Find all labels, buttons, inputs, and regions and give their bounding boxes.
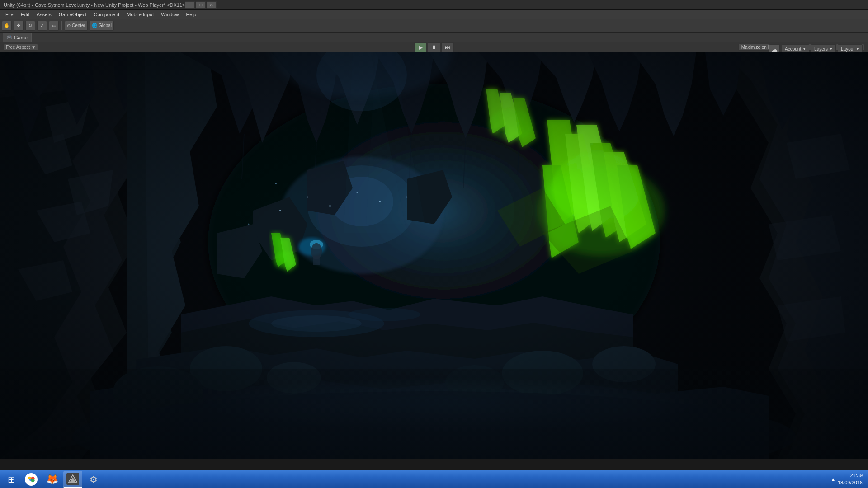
separator-1 — [61, 21, 62, 30]
window-controls: ─ □ ✕ — [185, 1, 217, 9]
global-icon: 🌐 — [92, 23, 97, 28]
title-text: Unity (64bit) - Cave System Level.unity … — [4, 2, 185, 8]
menu-item-component[interactable]: Component — [90, 10, 123, 19]
menu-item-assets[interactable]: Assets — [33, 10, 55, 19]
taskbar-clock[interactable]: 21:39 18/09/2016 — [838, 472, 866, 486]
clock-date: 18/09/2016 — [838, 479, 863, 486]
unity-app[interactable] — [63, 471, 82, 488]
menu-item-edit[interactable]: Edit — [17, 10, 33, 19]
pause-button[interactable]: ⏸ — [428, 42, 440, 52]
menu-item-window[interactable]: Window — [157, 10, 182, 19]
cave-scene — [0, 52, 868, 459]
scale-tool-button[interactable]: ⤢ — [37, 21, 47, 31]
menu-bar: FileEditAssetsGameObjectComponentMobile … — [0, 10, 868, 19]
taskbar: ⊞ 🦊 ⚙ ▲ 21:39 18/09/2016 — [0, 470, 868, 488]
minimize-button[interactable]: ─ — [185, 1, 195, 9]
pivot-icon: ⊙ — [67, 23, 71, 28]
global-label: Global — [99, 23, 112, 28]
game-tab-bar: 🎮 Game — [0, 33, 868, 42]
rotate-tool-button[interactable]: ↻ — [25, 21, 35, 31]
account-label: Account — [785, 47, 801, 52]
layout-arrow-icon: ▼ — [856, 47, 859, 51]
clock-time: 21:39 — [838, 472, 863, 479]
pivot-center-label: Center — [72, 23, 85, 28]
pivot-center-button[interactable]: ⊙ Center — [65, 21, 88, 31]
layers-arrow-icon: ▼ — [829, 47, 833, 51]
firefox-icon: 🦊 — [46, 473, 58, 486]
aspect-label: Free Aspect — [6, 45, 30, 50]
start-button[interactable]: ⊞ — [2, 471, 21, 488]
global-button[interactable]: 🌐 Global — [90, 21, 114, 31]
menu-item-gameobject[interactable]: GameObject — [55, 10, 90, 19]
aspect-dropdown[interactable]: Free Aspect ▼ — [4, 44, 38, 51]
layout-label: Layout — [841, 47, 854, 52]
notification-area[interactable]: ▲ — [829, 471, 838, 488]
close-button[interactable]: ✕ — [207, 1, 217, 9]
menu-item-mobile input[interactable]: Mobile Input — [123, 10, 157, 19]
game-tab-label: Game — [14, 35, 28, 40]
account-arrow-icon: ▼ — [802, 47, 806, 51]
menu-item-help[interactable]: Help — [182, 10, 200, 19]
game-tab-icon: 🎮 — [6, 34, 13, 40]
menu-item-file[interactable]: File — [2, 10, 17, 19]
layers-label: Layers — [814, 47, 828, 52]
game-header-left: Free Aspect ▼ — [4, 44, 38, 51]
play-controls: ▶ ⏸ ⏭ — [414, 42, 454, 52]
chrome-icon — [25, 473, 38, 486]
tool-icon: ⚙ — [87, 473, 100, 486]
title-bar: Unity (64bit) - Cave System Level.unity … — [0, 0, 868, 10]
chrome-app[interactable] — [22, 471, 41, 488]
play-button[interactable]: ▶ — [414, 42, 427, 52]
aspect-arrow-icon: ▼ — [31, 45, 36, 50]
svg-rect-52 — [0, 52, 868, 459]
move-tool-button[interactable]: ✥ — [14, 21, 24, 31]
rect-tool-button[interactable]: ▭ — [49, 21, 59, 31]
game-viewport — [0, 52, 868, 459]
hand-tool-button[interactable]: ✋ — [2, 21, 12, 31]
game-tab[interactable]: 🎮 Game — [3, 33, 32, 42]
maximize-button[interactable]: □ — [196, 1, 206, 9]
firefox-app[interactable]: 🦊 — [42, 471, 61, 488]
windows-icon: ⊞ — [5, 473, 18, 486]
step-button[interactable]: ⏭ — [441, 42, 454, 52]
tool-app[interactable]: ⚙ — [84, 471, 103, 488]
toolbar: ✋ ✥ ↻ ⤢ ▭ ⊙ Center 🌐 Global ▶ ⏸ ⏭ ☁ Acco… — [0, 19, 868, 33]
unity-icon — [66, 473, 79, 485]
